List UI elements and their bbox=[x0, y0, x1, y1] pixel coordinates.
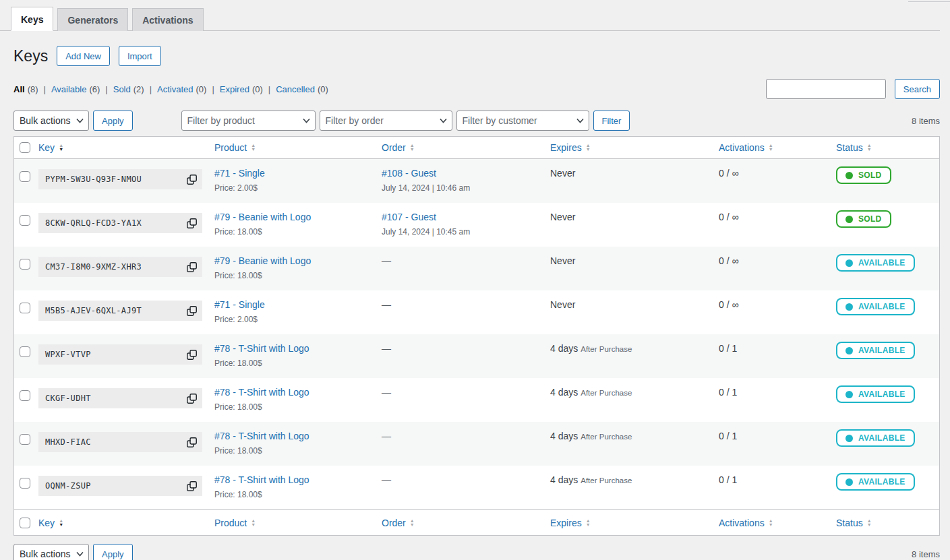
product-link[interactable]: #78 - T-Shirt with Logo bbox=[214, 431, 309, 441]
column-header-status[interactable]: Status▲▼ bbox=[836, 142, 939, 153]
copy-icon[interactable] bbox=[186, 480, 198, 492]
select-all-checkbox[interactable] bbox=[20, 142, 30, 153]
table-row: OQNM-ZSUP #78 - T-Shirt with Logo Price:… bbox=[14, 466, 939, 509]
status-dot-icon bbox=[845, 216, 853, 223]
product-link[interactable]: #71 - Single bbox=[214, 168, 265, 179]
expires-cell: 4 daysAfter Purchase bbox=[550, 466, 719, 509]
view-cancelled[interactable]: Cancelled(0) bbox=[276, 84, 328, 94]
product-cell: #78 - T-Shirt with Logo Price: 18.00$ bbox=[214, 334, 382, 378]
product-link[interactable]: #78 - T-Shirt with Logo bbox=[214, 343, 309, 354]
select-all-checkbox[interactable] bbox=[20, 518, 30, 528]
sort-arrows-icon: ▲▼ bbox=[59, 144, 63, 152]
copy-icon[interactable] bbox=[186, 393, 198, 404]
expires-value: 4 days bbox=[550, 474, 578, 485]
order-link[interactable]: #108 - Guest bbox=[382, 168, 436, 179]
tab-keys[interactable]: Keys bbox=[11, 7, 53, 31]
product-link[interactable]: #78 - T-Shirt with Logo bbox=[214, 474, 309, 485]
view-activated[interactable]: Activated(0) bbox=[157, 84, 206, 94]
apply-button[interactable]: Apply bbox=[93, 111, 133, 131]
column-header-order[interactable]: Order▲▼ bbox=[382, 518, 550, 528]
product-price: Price: 2.00$ bbox=[214, 315, 382, 324]
column-header-activations[interactable]: Activations▲▼ bbox=[719, 518, 836, 528]
top-right-divider bbox=[908, 1, 950, 2]
tab-activations[interactable]: Activations bbox=[132, 8, 203, 31]
filter-order-select[interactable]: Filter by order bbox=[320, 111, 452, 131]
column-header-status[interactable]: Status▲▼ bbox=[836, 518, 939, 528]
row-checkbox[interactable] bbox=[20, 478, 30, 489]
row-checkbox[interactable] bbox=[20, 259, 30, 270]
status-cell: AVAILABLE bbox=[836, 378, 939, 422]
expires-value: Never bbox=[550, 255, 575, 266]
status-badge: AVAILABLE bbox=[836, 342, 915, 359]
import-button[interactable]: Import bbox=[119, 46, 161, 66]
expires-note: After Purchase bbox=[581, 345, 632, 353]
status-dot-icon bbox=[845, 435, 853, 442]
column-header-key[interactable]: Key▲▼ bbox=[38, 142, 214, 153]
row-checkbox[interactable] bbox=[20, 215, 30, 226]
view-expired[interactable]: Expired(0) bbox=[220, 84, 263, 94]
expires-cell: Never bbox=[550, 247, 719, 290]
row-checkbox[interactable] bbox=[20, 434, 30, 445]
row-checkbox[interactable] bbox=[20, 303, 30, 313]
view-separator: | bbox=[268, 84, 270, 94]
add-new-button[interactable]: Add New bbox=[57, 46, 110, 66]
bulk-actions-select-bottom[interactable]: Bulk actions bbox=[13, 544, 89, 560]
row-checkbox-cell bbox=[14, 422, 38, 466]
activations-value: 0 / 1 bbox=[719, 422, 836, 466]
table-row: PYPM-SW3U-Q93F-NMOU #71 - Single Price: … bbox=[14, 159, 939, 203]
tab-bar: KeysGeneratorsActivations bbox=[0, 0, 940, 31]
bulk-actions-select-wrap: Bulk actions bbox=[13, 111, 89, 131]
copy-icon[interactable] bbox=[186, 261, 198, 273]
sort-arrows-icon: ▲▼ bbox=[59, 519, 63, 527]
license-key-chip: CM37-I8M0-9XMZ-XHR3 bbox=[38, 257, 202, 277]
page-title: Keys bbox=[13, 46, 48, 66]
order-empty-dash: — bbox=[382, 474, 391, 485]
product-link[interactable]: #71 - Single bbox=[214, 299, 265, 310]
search-input[interactable] bbox=[766, 79, 886, 99]
bulk-actions-select[interactable]: Bulk actions bbox=[13, 111, 89, 131]
row-checkbox[interactable] bbox=[20, 171, 30, 182]
product-link[interactable]: #78 - T-Shirt with Logo bbox=[214, 387, 309, 398]
column-header-activations[interactable]: Activations▲▼ bbox=[719, 142, 836, 153]
row-checkbox[interactable] bbox=[20, 390, 30, 401]
table-row: 8CKW-QRLQ-FCD3-YA1X #79 - Beanie with Lo… bbox=[14, 203, 939, 247]
tab-generators[interactable]: Generators bbox=[57, 8, 128, 31]
column-header-product[interactable]: Product▲▼ bbox=[214, 142, 382, 153]
filter-button[interactable]: Filter bbox=[593, 111, 630, 131]
column-header-key[interactable]: Key▲▼ bbox=[38, 518, 214, 528]
column-header-expires[interactable]: Expires▲▼ bbox=[550, 518, 719, 528]
filter-product-select[interactable]: Filter by product bbox=[181, 111, 316, 131]
order-link[interactable]: #107 - Guest bbox=[382, 212, 436, 222]
product-link[interactable]: #79 - Beanie with Logo bbox=[214, 255, 311, 266]
column-header-product[interactable]: Product▲▼ bbox=[214, 518, 382, 528]
search-button[interactable]: Search bbox=[895, 79, 940, 99]
bottom-actions: Bulk actions Apply bbox=[13, 544, 133, 560]
key-cell: WPXF-VTVP bbox=[38, 334, 214, 378]
row-checkbox-cell bbox=[14, 203, 38, 247]
copy-icon[interactable] bbox=[186, 349, 198, 361]
status-dot-icon bbox=[845, 347, 853, 354]
product-cell: #78 - T-Shirt with Logo Price: 18.00$ bbox=[214, 378, 382, 422]
row-checkbox[interactable] bbox=[20, 346, 30, 357]
copy-icon[interactable] bbox=[186, 174, 198, 185]
table-body: PYPM-SW3U-Q93F-NMOU #71 - Single Price: … bbox=[14, 159, 939, 509]
product-link[interactable]: #79 - Beanie with Logo bbox=[214, 212, 311, 222]
view-available[interactable]: Available(6) bbox=[51, 84, 100, 94]
copy-icon[interactable] bbox=[186, 305, 198, 317]
view-sold[interactable]: Sold(2) bbox=[113, 84, 144, 94]
view-all[interactable]: All(8) bbox=[13, 84, 38, 94]
status-dot-icon bbox=[845, 391, 853, 398]
search-box: Search bbox=[766, 79, 940, 99]
filter-product-select-wrap: Filter by product bbox=[181, 111, 316, 131]
status-badge: AVAILABLE bbox=[836, 429, 915, 447]
product-cell: #71 - Single Price: 2.00$ bbox=[214, 290, 382, 334]
apply-button-bottom[interactable]: Apply bbox=[93, 544, 133, 560]
filter-customer-select[interactable]: Filter by customer bbox=[456, 111, 589, 131]
column-header-expires[interactable]: Expires▲▼ bbox=[550, 142, 719, 153]
copy-icon[interactable] bbox=[186, 218, 198, 229]
column-header-order[interactable]: Order▲▼ bbox=[382, 142, 550, 153]
copy-icon[interactable] bbox=[186, 437, 198, 448]
sort-arrows-icon: ▲▼ bbox=[251, 144, 256, 152]
order-cell: — bbox=[382, 290, 550, 334]
expires-value: Never bbox=[550, 168, 575, 179]
